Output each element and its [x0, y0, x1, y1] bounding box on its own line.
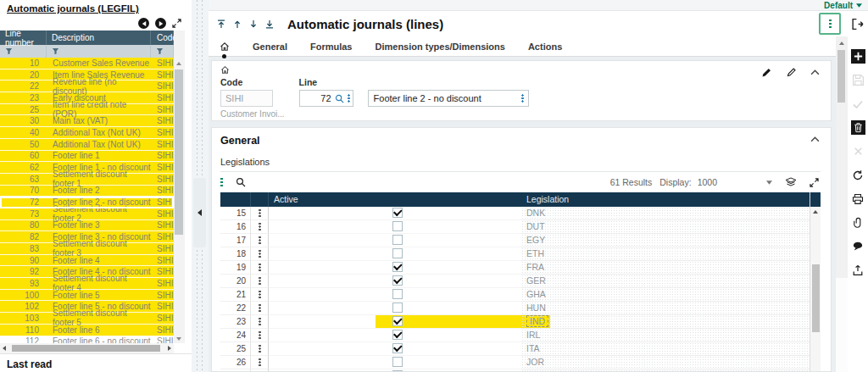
row-kebab-icon[interactable] — [251, 220, 269, 234]
more-actions-button[interactable] — [819, 13, 841, 35]
refresh-button[interactable] — [851, 168, 865, 182]
new-record-button[interactable] — [851, 49, 865, 64]
line-input[interactable]: 72 — [299, 90, 353, 107]
grid-row[interactable]: 19 FRA — [220, 261, 821, 275]
left-table-row[interactable]: 93 Settlement discount footer 4 SIHI — [0, 278, 174, 290]
row-kebab-icon[interactable] — [251, 207, 269, 220]
row-kebab-icon[interactable] — [251, 247, 269, 261]
grid-row[interactable]: 27 KEN — [220, 369, 821, 371]
tab-actions[interactable]: Actions — [528, 42, 562, 52]
left-table-row[interactable]: 70 Footer line 2 SIHI — [0, 186, 174, 197]
tab-dimension-types[interactable]: Dimension types/Dimensions — [375, 42, 504, 52]
exit-icon[interactable] — [851, 18, 864, 31]
cell-legislation[interactable]: DUT — [521, 220, 810, 234]
filter-funnel-icon[interactable] — [5, 47, 13, 55]
left-table-row[interactable]: 63 Settlement discount footer 1 SIHI — [0, 174, 174, 186]
scrollbar-thumb[interactable] — [837, 50, 845, 103]
cell-legislation[interactable]: ITA — [521, 342, 810, 356]
grid-row[interactable]: 23 IND — [220, 315, 821, 329]
active-checkbox[interactable] — [392, 330, 403, 340]
home-tab-icon[interactable] — [220, 42, 230, 52]
lookup-magnifier-icon[interactable] — [335, 94, 344, 103]
col-header-active[interactable]: Active — [269, 194, 521, 204]
left-panel-title[interactable]: Automatic journals (LEGFIL) — [0, 0, 192, 16]
scroll-down-arrow[interactable] — [176, 337, 181, 341]
grid-row[interactable]: 18 ETH — [220, 247, 821, 261]
col-header-legislation[interactable]: Legislation — [521, 194, 810, 204]
active-checkbox[interactable] — [392, 235, 403, 245]
prev-record-button[interactable] — [138, 18, 149, 29]
grid-row[interactable]: 24 IRL — [220, 329, 821, 342]
edit-pencil-icon[interactable] — [786, 67, 797, 78]
left-table-row[interactable]: 10 Customer Sales Revenue SIHI — [0, 58, 174, 69]
cell-legislation[interactable]: HUN — [521, 302, 810, 315]
chevron-down-icon[interactable] — [856, 3, 862, 8]
cell-legislation[interactable]: KEN — [521, 369, 810, 371]
layers-icon[interactable] — [785, 177, 797, 187]
scroll-up-arrow[interactable] — [176, 62, 181, 65]
grid-vertical-scrollbar[interactable] — [810, 207, 821, 371]
left-table-row[interactable]: 112 Footer line 6 - no discount SIHI — [0, 336, 174, 344]
active-checkbox[interactable] — [392, 275, 403, 286]
scroll-right-arrow[interactable] — [168, 346, 171, 351]
left-table-row[interactable]: 30 Main tax (VAT) SIHI — [0, 115, 174, 127]
active-checkbox[interactable] — [392, 343, 403, 353]
grid-row[interactable]: 25 ITA — [220, 342, 821, 356]
grid-row[interactable]: 17 EGY — [220, 234, 821, 247]
row-kebab-icon[interactable] — [251, 315, 269, 329]
left-table-row[interactable]: 83 Settlement discount footer 3 SIHI — [0, 243, 174, 255]
grid-row[interactable]: 21 GHA — [220, 288, 821, 302]
left-table-row[interactable]: 60 Footer line 1 SIHI — [0, 151, 174, 163]
scroll-up-arrow[interactable] — [839, 42, 844, 45]
left-table-row[interactable]: 22 Revenue line (no discount) SIHI — [0, 81, 174, 92]
col-header-code[interactable]: Code — [151, 31, 174, 45]
left-table-row[interactable]: 40 Additional Tax (Not UK) SIHI — [0, 127, 174, 139]
fullscreen-expand-icon[interactable] — [810, 178, 819, 187]
panel-splitter[interactable] — [192, 0, 209, 372]
row-kebab-icon[interactable] — [251, 288, 269, 302]
grid-search-icon[interactable] — [236, 177, 246, 187]
cell-legislation[interactable]: IRL — [521, 329, 810, 342]
scroll-left-arrow[interactable] — [3, 346, 6, 351]
left-table-row[interactable]: 25 Item line credit note (POR) SIHI — [0, 104, 174, 116]
cell-legislation[interactable]: IND — [521, 315, 810, 329]
tab-formulas[interactable]: Formulas — [310, 42, 353, 52]
row-kebab-icon[interactable] — [251, 302, 269, 315]
row-kebab-icon[interactable] — [251, 234, 269, 247]
active-checkbox[interactable] — [392, 316, 403, 326]
field-actions-kebab-icon[interactable] — [348, 94, 350, 103]
grid-kebab-icon[interactable] — [220, 177, 223, 187]
display-value[interactable]: 1000 — [698, 177, 717, 187]
left-table-row[interactable]: 100 Footer line 5 SIHI — [0, 290, 174, 302]
collapse-section-chevron-icon[interactable] — [810, 136, 820, 142]
row-kebab-icon[interactable] — [251, 342, 269, 356]
scrollbar-thumb[interactable] — [175, 69, 183, 235]
code-input[interactable]: SIHI — [220, 90, 273, 107]
cell-legislation[interactable]: DNK — [521, 207, 810, 220]
page-vertical-scrollbar[interactable] — [836, 36, 848, 372]
grid-row[interactable]: 22 HUN — [220, 302, 821, 315]
tab-general[interactable]: General — [253, 42, 287, 52]
previous-record-icon[interactable] — [233, 19, 242, 29]
row-kebab-icon[interactable] — [251, 261, 269, 275]
cell-legislation[interactable]: JOR — [521, 356, 810, 369]
display-dropdown-caret-icon[interactable] — [766, 180, 772, 185]
col-header-description[interactable]: Description — [47, 31, 151, 45]
left-table-row[interactable]: 80 Footer line 3 SIHI — [0, 220, 174, 232]
col-header-line-number[interactable]: Line number — [0, 31, 47, 45]
active-checkbox[interactable] — [392, 221, 403, 231]
last-record-icon[interactable] — [265, 19, 274, 29]
grid-row[interactable]: 20 GER — [220, 275, 821, 288]
print-button[interactable] — [851, 192, 865, 206]
scrollbar-thumb[interactable] — [12, 345, 160, 352]
cell-legislation[interactable]: ETH — [521, 247, 810, 261]
active-checkbox[interactable] — [392, 208, 403, 218]
row-kebab-icon[interactable] — [251, 329, 269, 342]
expand-panel-icon[interactable] — [172, 19, 181, 28]
first-record-icon[interactable] — [217, 19, 225, 29]
left-horizontal-scrollbar[interactable] — [0, 343, 174, 353]
grid-row[interactable]: 16 DUT — [220, 220, 821, 234]
collapse-panel-handle[interactable] — [193, 178, 206, 247]
cell-legislation[interactable]: FRA — [521, 261, 810, 275]
left-table-row[interactable]: 73 Settlement discount footer 2 SIHI — [0, 208, 174, 220]
